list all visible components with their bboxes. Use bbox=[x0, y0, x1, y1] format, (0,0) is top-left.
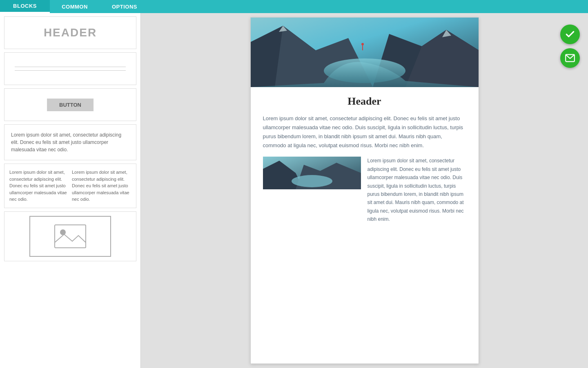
sidebar-block-button[interactable]: BUTTON bbox=[4, 88, 136, 121]
sidebar-block-text[interactable]: Lorem ipsum dolor sit amet, consectetur … bbox=[4, 124, 136, 160]
twocol-preview: Lorem ipsum dolor sit amet, consectetur … bbox=[9, 169, 131, 203]
top-navigation: BLOCKS COMMON OPTIONS bbox=[0, 0, 588, 13]
tab-common[interactable]: COMMON bbox=[50, 0, 100, 13]
email-preview-card: Header Lorem ipsum dolor sit amet, conse… bbox=[250, 17, 479, 364]
sidebar-block-header[interactable]: HEADER bbox=[4, 16, 136, 49]
tab-blocks[interactable]: BLOCKS bbox=[0, 0, 50, 13]
email-title: Header bbox=[263, 95, 466, 108]
email-body-text: Lorem ipsum dolor sit amet, consectetur … bbox=[263, 114, 466, 150]
svg-point-11 bbox=[361, 43, 364, 45]
divider-preview bbox=[9, 67, 132, 71]
svg-point-15 bbox=[292, 175, 332, 187]
divider-line-top bbox=[15, 67, 126, 67]
checkmark-icon bbox=[565, 29, 575, 40]
main-layout: HEADER BUTTON Lorem ipsum dolor sit amet… bbox=[0, 13, 588, 368]
email-hero-image bbox=[251, 18, 479, 87]
email-small-image bbox=[263, 157, 361, 189]
email-icon bbox=[565, 53, 575, 63]
header-block-label: HEADER bbox=[44, 26, 97, 39]
image-placeholder bbox=[29, 216, 111, 257]
email-button[interactable] bbox=[560, 48, 580, 68]
twocol-col1: Lorem ipsum dolor sit amet, consectetur … bbox=[9, 169, 69, 203]
save-button[interactable] bbox=[560, 25, 580, 44]
sidebar-block-image[interactable] bbox=[4, 211, 136, 261]
svg-rect-0 bbox=[55, 225, 86, 248]
twocol-col2: Lorem ipsum dolor sit amet, consectetur … bbox=[72, 169, 131, 203]
tab-options[interactable]: OPTIONS bbox=[100, 0, 149, 13]
right-actions bbox=[560, 25, 580, 68]
sidebar-block-divider[interactable] bbox=[4, 52, 136, 85]
sidebar-block-twocol[interactable]: Lorem ipsum dolor sit amet, consectetur … bbox=[4, 164, 136, 208]
text-block-preview: Lorem ipsum dolor sit amet, consectetur … bbox=[9, 130, 131, 155]
email-two-col: Lorem ipsum dolor sit amet, consectetur … bbox=[263, 157, 466, 223]
email-col-text: Lorem ipsum dolor sit amet, consectetur … bbox=[368, 157, 466, 223]
email-body: Header Lorem ipsum dolor sit amet, conse… bbox=[251, 87, 479, 232]
content-area: Header Lorem ipsum dolor sit amet, conse… bbox=[141, 13, 588, 368]
button-preview: BUTTON bbox=[47, 99, 94, 111]
svg-point-1 bbox=[60, 229, 66, 235]
sidebar: HEADER BUTTON Lorem ipsum dolor sit amet… bbox=[0, 13, 141, 368]
divider-line-bottom bbox=[15, 70, 126, 71]
